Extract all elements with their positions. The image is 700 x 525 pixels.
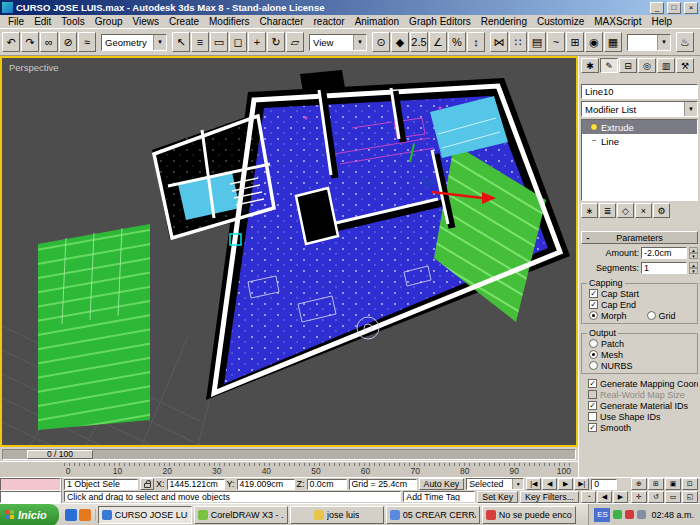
select-and-manipulate-icon[interactable]: ◆	[391, 32, 409, 52]
menu-item[interactable]: Customize	[532, 15, 589, 29]
unlink-selection-icon[interactable]: ⊘	[59, 32, 77, 52]
modifier-stack[interactable]: Extrude ~ Line	[581, 119, 698, 201]
time-slider[interactable]: 0 / 100	[0, 447, 578, 461]
radio-row[interactable]: Patch	[582, 338, 697, 349]
radio-row[interactable]: NURBS	[582, 360, 697, 371]
quick-render-icon[interactable]: ♨	[676, 32, 694, 52]
selection-filter-combo[interactable]: Geometry ▼	[101, 34, 167, 51]
mirror-icon[interactable]: ⋈	[490, 32, 508, 52]
menu-item[interactable]: Create	[164, 15, 204, 29]
remove-modifier-button[interactable]: ×	[635, 203, 652, 218]
menu-item[interactable]: Help	[646, 15, 677, 29]
checkbox-row[interactable]: Generate Material IDs	[581, 400, 698, 411]
checkbox[interactable]	[588, 390, 597, 399]
checkbox[interactable]	[589, 300, 598, 309]
checkbox-row[interactable]: Smooth	[581, 422, 698, 433]
amount-field[interactable]: -2.0cm	[641, 247, 687, 259]
rectangular-selection-icon[interactable]: ▭	[210, 32, 228, 52]
menu-item[interactable]: Animation	[350, 15, 404, 29]
radio-button[interactable]	[589, 350, 598, 359]
menu-item[interactable]: MAXScript	[589, 15, 646, 29]
start-button[interactable]: Inicio	[0, 504, 59, 525]
show-end-result-button[interactable]: ≣	[599, 203, 616, 218]
close-button[interactable]: ×	[684, 2, 698, 14]
menu-item[interactable]: Tools	[56, 15, 89, 29]
menu-item[interactable]: Group	[90, 15, 128, 29]
min-max-toggle-button[interactable]: ◱	[682, 491, 698, 503]
curve-editor-icon[interactable]: ~	[547, 32, 565, 52]
menu-item[interactable]: Modifiers	[204, 15, 255, 29]
tray-icon[interactable]	[625, 510, 634, 519]
motion-tab[interactable]: ◎	[638, 58, 656, 73]
select-and-scale-icon[interactable]: ▱	[286, 32, 304, 52]
previous-key-button[interactable]: ◀	[597, 491, 612, 503]
maxscript-mini-listener[interactable]	[0, 478, 62, 503]
modifier-stack-item[interactable]: Extrude	[582, 120, 697, 134]
modify-tab[interactable]: ✎	[600, 58, 618, 73]
parameters-rollout-header[interactable]: - Parameters	[581, 231, 698, 244]
menu-item[interactable]: reactor	[309, 15, 350, 29]
zoom-all-button[interactable]: ⊞	[648, 478, 664, 490]
set-key-button[interactable]: Set Key	[477, 491, 518, 503]
select-by-name-icon[interactable]: ≡	[191, 32, 209, 52]
align-icon[interactable]: ∷	[509, 32, 527, 52]
taskbar-task[interactable]: jose luis	[290, 506, 384, 524]
menu-item[interactable]: File	[3, 15, 29, 29]
percent-snap-icon[interactable]: %	[448, 32, 466, 52]
radio-button[interactable]	[589, 339, 598, 348]
selection-lock-button[interactable]	[140, 478, 154, 490]
checkbox-row[interactable]: Cap Start	[582, 288, 697, 299]
perspective-viewport[interactable]: Perspective	[0, 56, 578, 447]
current-frame-field[interactable]: 0	[591, 479, 617, 490]
taskbar-task[interactable]: CURSO JOSE LUI...	[98, 506, 192, 524]
checkbox-row[interactable]: Use Shape IDs	[581, 411, 698, 422]
macro-recorder-pane[interactable]	[0, 478, 61, 491]
radio-row[interactable]: Grid	[640, 310, 698, 321]
material-editor-icon[interactable]: ◉	[585, 32, 603, 52]
taskbar-task[interactable]: CorelDRAW X3 - ...	[194, 506, 288, 524]
menu-item[interactable]: Views	[128, 15, 165, 29]
radio-button[interactable]	[647, 311, 656, 320]
object-name-field[interactable]: Line10	[581, 84, 698, 99]
go-to-end-button[interactable]: ▶|	[574, 478, 589, 490]
select-object-icon[interactable]: ↖	[172, 32, 190, 52]
checkbox-row[interactable]: Generate Mapping Coords.	[581, 378, 698, 389]
radio-row[interactable]: Mesh	[582, 349, 697, 360]
checkbox-row[interactable]: Cap End	[582, 299, 697, 310]
menu-item[interactable]: Character	[255, 15, 309, 29]
bind-to-space-warp-icon[interactable]: ≈	[78, 32, 96, 52]
select-and-move-icon[interactable]: +	[248, 32, 266, 52]
spinner-snap-icon[interactable]: ↕	[467, 32, 485, 52]
amount-spinner[interactable]: ▴▾	[689, 247, 698, 259]
layer-manager-icon[interactable]: ▤	[528, 32, 546, 52]
z-coordinate-field[interactable]: 0.0cm	[307, 479, 347, 490]
taskbar-task[interactable]: No se puede enco...	[482, 506, 576, 524]
checkbox[interactable]	[588, 379, 597, 388]
radio-row[interactable]: Morph	[582, 310, 640, 321]
terrace-left[interactable]	[38, 224, 150, 430]
hierarchy-tab[interactable]: ⊟	[619, 58, 637, 73]
time-slider-track[interactable]: 0 / 100	[2, 449, 576, 460]
radio-button[interactable]	[589, 311, 598, 320]
zoom-extents-button[interactable]: ▣	[665, 478, 681, 490]
configure-modifier-sets-button[interactable]: ⚙	[653, 203, 670, 218]
modifier-list-dropdown[interactable]: Modifier List ▼	[581, 101, 698, 117]
quick-launch-icon[interactable]	[79, 509, 91, 521]
tray-icon[interactable]	[637, 510, 646, 519]
redo-icon[interactable]: ↷	[21, 32, 39, 52]
next-key-button[interactable]: ▶	[613, 491, 628, 503]
maximize-button[interactable]: □	[667, 2, 681, 14]
checkbox[interactable]	[588, 412, 597, 421]
taskbar-task[interactable]: 05 CREAR CERRA...	[386, 506, 480, 524]
key-filters-button[interactable]: Key Filters...	[520, 491, 579, 503]
checkbox[interactable]	[588, 401, 597, 410]
render-scene-icon[interactable]: ▦	[604, 32, 622, 52]
track-bar[interactable]: 0102030405060708090100	[0, 461, 578, 477]
zoom-button[interactable]: ⊕	[631, 478, 647, 490]
checkbox-row[interactable]: Real-World Map Size	[581, 389, 698, 400]
time-configuration-button[interactable]: ◔	[581, 491, 596, 503]
time-tag-field[interactable]: Add Time Tag	[403, 491, 475, 502]
title-bar[interactable]: CURSO JOSE LUIS.max - Autodesk 3ds Max 8…	[0, 0, 700, 15]
snap-toggle-icon[interactable]: 2.5	[410, 32, 428, 52]
make-unique-button[interactable]: ◇	[617, 203, 634, 218]
